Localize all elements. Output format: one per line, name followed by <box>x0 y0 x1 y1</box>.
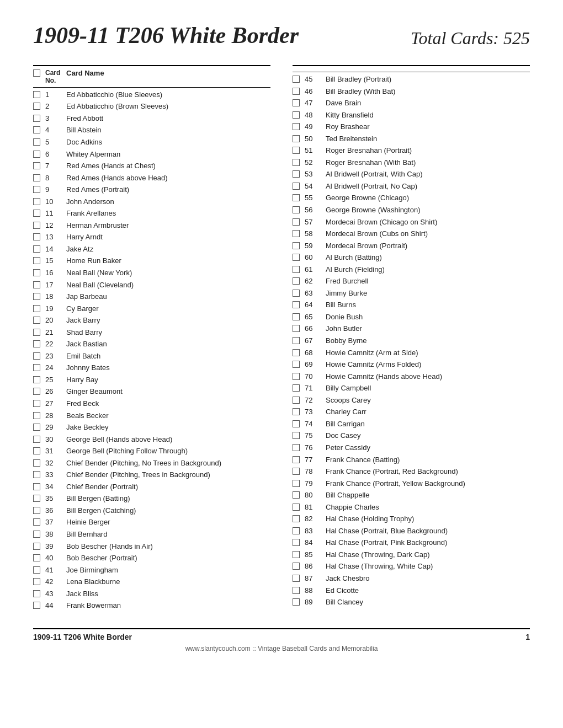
card-checkbox[interactable] <box>293 183 300 190</box>
card-checkbox[interactable] <box>33 151 40 158</box>
card-checkbox[interactable] <box>293 242 300 249</box>
card-checkbox[interactable] <box>33 198 40 205</box>
card-checkbox[interactable] <box>33 602 40 609</box>
card-checkbox[interactable] <box>33 566 40 574</box>
card-checkbox[interactable] <box>33 364 40 371</box>
card-checkbox[interactable] <box>33 507 40 514</box>
card-checkbox[interactable] <box>293 563 300 570</box>
table-row: 80 Bill Chappelle <box>293 489 530 501</box>
card-number: 30 <box>45 435 66 443</box>
card-checkbox[interactable] <box>33 578 40 585</box>
card-checkbox[interactable] <box>293 147 300 154</box>
card-checkbox[interactable] <box>33 471 40 478</box>
card-checkbox[interactable] <box>33 531 40 538</box>
card-checkbox[interactable] <box>293 491 300 499</box>
card-checkbox[interactable] <box>33 281 40 288</box>
card-checkbox[interactable] <box>33 554 40 561</box>
card-checkbox[interactable] <box>33 245 40 253</box>
card-checkbox[interactable] <box>33 400 40 407</box>
card-checkbox[interactable] <box>293 598 300 606</box>
card-checkbox[interactable] <box>33 352 40 360</box>
card-checkbox[interactable] <box>293 551 300 558</box>
card-number: 37 <box>45 517 66 526</box>
card-checkbox[interactable] <box>293 432 300 439</box>
card-checkbox[interactable] <box>293 349 300 356</box>
card-checkbox[interactable] <box>293 361 300 368</box>
card-checkbox[interactable] <box>33 210 40 217</box>
card-checkbox[interactable] <box>33 447 40 454</box>
card-checkbox[interactable] <box>293 504 300 511</box>
card-checkbox[interactable] <box>293 337 300 344</box>
card-checkbox[interactable] <box>293 230 300 237</box>
card-checkbox[interactable] <box>293 527 300 534</box>
card-name: Red Ames (Hands above Head) <box>66 173 270 183</box>
card-checkbox[interactable] <box>293 194 300 201</box>
card-checkbox[interactable] <box>33 340 40 347</box>
card-checkbox[interactable] <box>293 135 300 142</box>
card-checkbox[interactable] <box>293 266 300 273</box>
card-checkbox[interactable] <box>33 412 40 419</box>
card-checkbox[interactable] <box>293 468 300 475</box>
card-checkbox[interactable] <box>293 384 300 392</box>
card-checkbox[interactable] <box>293 420 300 427</box>
card-checkbox[interactable] <box>33 436 40 443</box>
card-checkbox[interactable] <box>293 88 300 95</box>
card-checkbox[interactable] <box>293 99 300 106</box>
card-checkbox[interactable] <box>33 186 40 193</box>
card-checkbox[interactable] <box>293 408 300 415</box>
card-checkbox[interactable] <box>33 269 40 276</box>
card-checkbox[interactable] <box>33 590 40 597</box>
card-checkbox[interactable] <box>33 91 40 98</box>
card-checkbox[interactable] <box>33 233 40 240</box>
card-checkbox[interactable] <box>33 329 40 336</box>
card-checkbox[interactable] <box>293 456 300 463</box>
card-number: 34 <box>45 482 66 491</box>
card-name: Jake Atz <box>66 244 270 254</box>
card-checkbox[interactable] <box>33 222 40 229</box>
card-checkbox[interactable] <box>293 444 300 451</box>
card-checkbox[interactable] <box>33 305 40 312</box>
card-checkbox[interactable] <box>293 170 300 178</box>
card-checkbox[interactable] <box>33 388 40 395</box>
card-checkbox[interactable] <box>293 575 300 582</box>
header-checkbox[interactable] <box>33 69 40 77</box>
card-checkbox[interactable] <box>33 424 40 431</box>
card-checkbox[interactable] <box>33 103 40 110</box>
table-row: 29 Jake Beckley <box>33 421 270 433</box>
card-checkbox[interactable] <box>293 111 300 119</box>
card-checkbox[interactable] <box>33 138 40 146</box>
card-checkbox[interactable] <box>33 293 40 300</box>
card-checkbox[interactable] <box>293 515 300 522</box>
card-checkbox[interactable] <box>33 483 40 490</box>
card-checkbox[interactable] <box>293 277 300 285</box>
card-checkbox[interactable] <box>33 257 40 264</box>
card-checkbox[interactable] <box>293 123 300 130</box>
card-checkbox[interactable] <box>33 459 40 467</box>
card-checkbox[interactable] <box>293 325 300 332</box>
card-checkbox[interactable] <box>293 480 300 487</box>
card-checkbox[interactable] <box>293 301 300 308</box>
card-checkbox[interactable] <box>33 162 40 169</box>
card-checkbox[interactable] <box>293 218 300 226</box>
card-checkbox[interactable] <box>293 313 300 320</box>
card-checkbox[interactable] <box>293 159 300 166</box>
card-checkbox[interactable] <box>293 76 300 83</box>
card-checkbox[interactable] <box>33 174 40 181</box>
card-checkbox[interactable] <box>293 397 300 404</box>
checkbox-cell <box>293 550 305 558</box>
card-checkbox[interactable] <box>33 317 40 324</box>
card-checkbox[interactable] <box>293 206 300 213</box>
card-number: 22 <box>45 339 66 348</box>
card-checkbox[interactable] <box>293 254 300 261</box>
card-checkbox[interactable] <box>33 495 40 502</box>
card-checkbox[interactable] <box>33 543 40 550</box>
card-checkbox[interactable] <box>293 539 300 546</box>
card-checkbox[interactable] <box>33 126 40 133</box>
card-checkbox[interactable] <box>33 115 40 122</box>
card-checkbox[interactable] <box>293 587 300 594</box>
table-row: 1 Ed Abbaticchio (Blue Sleeves) <box>33 89 270 101</box>
card-checkbox[interactable] <box>293 290 300 297</box>
card-checkbox[interactable] <box>33 376 40 383</box>
card-checkbox[interactable] <box>33 518 40 526</box>
card-checkbox[interactable] <box>293 373 300 380</box>
